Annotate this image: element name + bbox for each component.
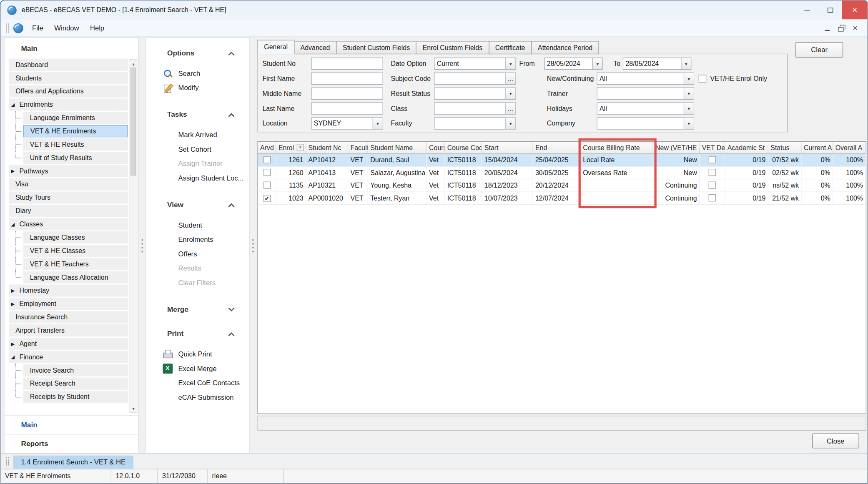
tree-item-insurance-search[interactable]: Insurance Search	[9, 311, 128, 324]
tree-item-students[interactable]: Students	[9, 71, 128, 85]
date-option-select[interactable]: Current▼	[434, 58, 516, 70]
arrived-checkbox[interactable]: ✔	[263, 195, 270, 202]
tab-general[interactable]: General	[257, 40, 294, 55]
column-header-student_no[interactable]: Student Nc	[306, 142, 348, 153]
dropdown-arrow-icon[interactable]: ▼	[684, 118, 694, 129]
tree-item-vet-he-enrolments[interactable]: VET & HE Enrolments	[9, 125, 128, 138]
menu-window[interactable]: Window	[49, 21, 85, 35]
action-set-cohort[interactable]: Set Cohort	[146, 142, 249, 157]
tab-attendance-period[interactable]: Attendance Period	[531, 41, 599, 54]
tree-item-receipt-search[interactable]: Receipt Search	[9, 377, 128, 390]
tree-item-airport-transfers[interactable]: Airport Transfers	[9, 324, 128, 337]
tree-item-pathways[interactable]: ▶Pathways	[9, 164, 128, 178]
vet-details-checkbox[interactable]	[709, 169, 716, 176]
vet-details-checkbox[interactable]	[709, 182, 716, 189]
new-continuing-select[interactable]: All▼	[597, 73, 694, 85]
dropdown-arrow-icon[interactable]: ▼	[373, 118, 383, 129]
tree-item-finance[interactable]: ◢Finance	[9, 350, 128, 364]
action-offers[interactable]: Offers	[146, 247, 249, 261]
dropdown-arrow-icon[interactable]: ▼	[505, 88, 515, 99]
mdi-minimize-button[interactable]	[823, 23, 832, 32]
tree-item-language-enrolments[interactable]: Language Enrolments	[9, 111, 128, 125]
tree-item-vet-he-teachers[interactable]: VET & HE Teachers	[9, 257, 128, 271]
action-student[interactable]: Student	[146, 218, 249, 233]
grid-bottom-strip[interactable]	[257, 416, 866, 431]
action-assign-student-loc[interactable]: Assign Student Loc...	[146, 171, 249, 186]
tree-item-agent[interactable]: ▶Agent	[9, 337, 128, 351]
arrived-checkbox[interactable]	[263, 182, 270, 189]
dropdown-arrow-icon[interactable]: ▼	[684, 73, 694, 84]
collapse-icon[interactable]: ◢	[11, 354, 20, 360]
expand-icon[interactable]: ▶	[11, 341, 20, 346]
vet-he-enrol-only-checkbox[interactable]	[699, 75, 707, 83]
column-header-new_cont[interactable]: New (VET/HE C	[653, 142, 700, 153]
last-name-input[interactable]	[311, 103, 383, 115]
scrollbar-thumb[interactable]	[130, 68, 136, 176]
subject-code-input[interactable]: …	[434, 73, 516, 85]
dropdown-arrow-icon[interactable]: ▼	[684, 88, 694, 99]
tree-item-unit-of-study-results[interactable]: Unit of Study Results	[9, 151, 128, 164]
action-mark-arrived[interactable]: Mark Arrived	[146, 128, 249, 143]
section-print[interactable]: Print	[146, 329, 249, 341]
from-date-select[interactable]: 28/05/2024▼	[544, 58, 603, 70]
result-status-select[interactable]: ▼	[434, 88, 516, 100]
column-header-enrol[interactable]: Enrol▼	[276, 142, 306, 153]
column-header-academic[interactable]: Academic St	[725, 142, 768, 153]
expand-icon[interactable]: ▶	[11, 301, 20, 306]
grid-row-4[interactable]: ✔1023AP0001020VETTesterr, RyanVetICT5011…	[258, 192, 866, 205]
tree-item-language-class-allocation[interactable]: Language Class Allocation	[9, 271, 128, 284]
tree-item-vet-he-classes[interactable]: VET & HE Classes	[9, 244, 128, 258]
tree-item-visa[interactable]: Visa	[9, 178, 128, 191]
tree-item-homestay[interactable]: ▶Homestay	[9, 284, 128, 297]
splitter-actions[interactable]	[250, 37, 256, 454]
column-header-course[interactable]: Cours	[427, 142, 445, 153]
collapse-icon[interactable]: ◢	[11, 102, 20, 107]
tree-item-employment[interactable]: ▶Employment	[9, 297, 128, 311]
grid-row-3[interactable]: 1135AP10321VETYoung, KeshaVetICT5011818/…	[258, 179, 866, 192]
lookup-ellipsis-button[interactable]: …	[505, 73, 515, 84]
faculty-select[interactable]: ▼	[434, 117, 516, 129]
column-header-student_name[interactable]: Student Name	[368, 142, 427, 153]
location-select[interactable]: SYDNEY▼	[311, 117, 383, 129]
tree-item-classes[interactable]: ◢Classes	[9, 218, 128, 231]
company-select[interactable]: ▼	[597, 117, 694, 129]
action-quick-print[interactable]: Quick Print	[146, 347, 249, 362]
action-excel-coe-contacts[interactable]: Excel CoE Contacts	[146, 376, 249, 391]
tab-advanced[interactable]: Advanced	[294, 41, 337, 54]
section-merge[interactable]: Merge	[146, 305, 249, 316]
section-view[interactable]: View	[146, 201, 249, 212]
dropdown-arrow-icon[interactable]: ▼	[505, 118, 515, 129]
section-tasks[interactable]: Tasks	[146, 110, 249, 121]
close-button[interactable]: Close	[812, 434, 859, 449]
column-header-course_code[interactable]: Course Cod	[445, 142, 482, 153]
mdi-close-button[interactable]: ×	[851, 23, 860, 32]
sidebar-section-reports[interactable]: Reports	[5, 434, 138, 453]
scroll-down-icon[interactable]: ▼	[130, 405, 137, 413]
tree-item-invoice-search[interactable]: Invoice Search	[9, 364, 128, 377]
column-header-current[interactable]: Current A	[802, 142, 833, 153]
middle-name-input[interactable]	[311, 88, 383, 100]
tree-item-dashboard[interactable]: Dashboard	[9, 58, 128, 71]
dropdown-arrow-icon[interactable]: ▼	[681, 58, 691, 69]
clear-button[interactable]: Clear	[795, 42, 843, 58]
tabstrip-grip[interactable]	[6, 457, 9, 466]
lookup-ellipsis-button[interactable]: …	[505, 103, 515, 114]
scrollbar-track[interactable]	[130, 68, 137, 405]
column-header-arvd[interactable]: Arvd	[258, 142, 276, 153]
column-header-faculty[interactable]: Facult	[348, 142, 368, 153]
action-excel-merge[interactable]: Excel Merge	[146, 361, 249, 376]
maximize-button[interactable]	[819, 0, 842, 19]
grid-row-2[interactable]: 1260AP10413VETSalazar, AugustinaVetICT50…	[258, 167, 866, 180]
splitter-sidebar[interactable]	[139, 37, 146, 454]
tab-certificate[interactable]: Certificate	[489, 41, 532, 54]
holidays-select[interactable]: All▼	[597, 103, 694, 115]
tree-item-language-classes[interactable]: Language Classes	[9, 231, 128, 244]
column-header-billing[interactable]: Course Billing Rate	[581, 142, 653, 153]
dropdown-arrow-icon[interactable]: ▼	[684, 103, 694, 114]
first-name-input[interactable]	[311, 73, 383, 85]
vet-details-checkbox[interactable]	[709, 156, 716, 163]
mdi-restore-button[interactable]	[837, 23, 846, 32]
arrived-checkbox[interactable]	[263, 156, 270, 163]
scroll-up-icon[interactable]: ▲	[130, 60, 137, 68]
action-enrolments[interactable]: Enrolments	[146, 233, 249, 247]
